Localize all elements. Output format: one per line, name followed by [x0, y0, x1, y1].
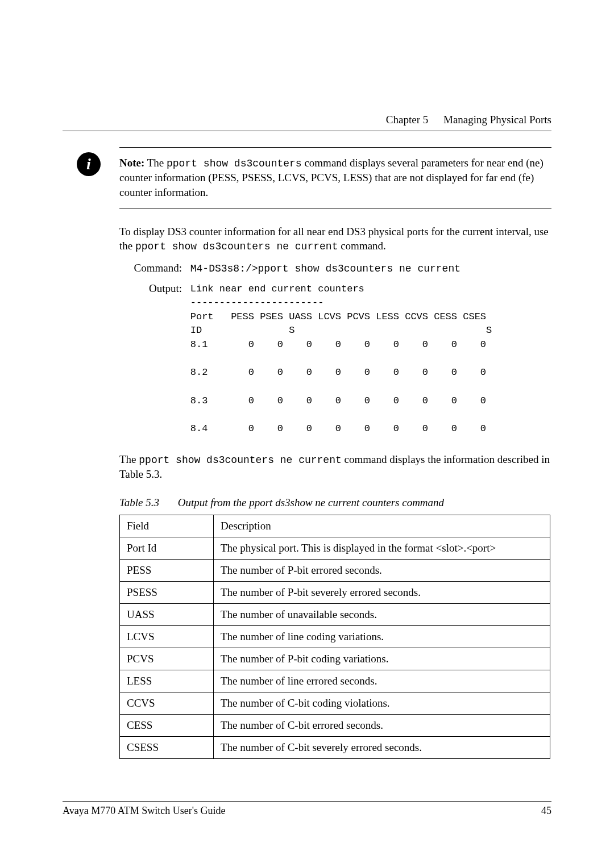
table-row: PSESSThe number of P-bit severely errore… [120, 581, 550, 603]
cell-field: CSESS [120, 736, 214, 758]
output-text: Link near end current counters ---------… [190, 282, 492, 436]
para1-cmd: pport show ds3counters ne current [135, 241, 338, 252]
command-label: Command: [119, 262, 188, 274]
footer-title: Avaya M770 ATM Switch User's Guide [63, 805, 225, 816]
page-number: 45 [541, 805, 551, 817]
note-text-1: The [144, 157, 167, 169]
table-title: Output from the pport ds3show ne current… [178, 496, 444, 508]
th-field: Field [120, 515, 214, 537]
cell-desc: The number of line coding variations. [214, 625, 550, 648]
table-caption: Table 5.3 Output from the pport ds3show … [119, 496, 551, 509]
table-row: PESSThe number of P-bit errored seconds. [120, 559, 550, 581]
cell-desc: The number of C-bit severely errored sec… [214, 736, 550, 758]
table-row: CCVSThe number of C-bit coding violation… [120, 692, 550, 714]
chapter-title: Managing Physical Ports [443, 114, 551, 126]
table-row: LESSThe number of line errored seconds. [120, 670, 550, 692]
table-number: Table 5.3 [119, 496, 159, 508]
cell-desc: The physical port. This is displayed in … [214, 537, 550, 559]
cell-field: UASS [120, 603, 214, 625]
cell-field: PESS [120, 559, 214, 581]
para1-text-2: command. [338, 240, 385, 252]
note-prefix: Note: [119, 157, 144, 169]
table-header-row: Field Description [120, 515, 550, 537]
para2-cmd: pport show ds3counters ne current [139, 454, 341, 466]
cell-desc: The number of line errored seconds. [214, 670, 550, 692]
output-block: Output: Link near end current counters -… [119, 282, 551, 436]
cell-field: CCVS [120, 692, 214, 714]
table-row: LCVSThe number of line coding variations… [120, 625, 550, 648]
paragraph-2: The pport show ds3counters ne current co… [119, 452, 551, 482]
chapter-number: Chapter 5 [386, 114, 428, 126]
para2-text-1: The [119, 453, 139, 465]
cell-desc: The number of C-bit errored seconds. [214, 714, 550, 736]
table-row: CESSThe number of C-bit errored seconds. [120, 714, 550, 736]
command-text: M4-DS3s8:/>pport show ds3counters ne cur… [190, 263, 460, 274]
command-line: Command: M4-DS3s8:/>pport show ds3counte… [119, 262, 551, 274]
note-block: i Note: The pport show ds3counters comma… [119, 147, 551, 208]
cell-desc: The number of P-bit severely errored sec… [214, 581, 550, 603]
description-table: Field Description Port IdThe physical po… [119, 515, 550, 759]
cell-field: CESS [120, 714, 214, 736]
cell-field: Port Id [120, 537, 214, 559]
cell-field: PCVS [120, 648, 214, 670]
table-row: PCVSThe number of P-bit coding variation… [120, 648, 550, 670]
table-row: Port IdThe physical port. This is displa… [120, 537, 550, 559]
output-label: Output: [119, 282, 188, 295]
cell-field: PSESS [120, 581, 214, 603]
cell-desc: The number of unavailable seconds. [214, 603, 550, 625]
cell-field: LESS [120, 670, 214, 692]
cell-desc: The number of P-bit errored seconds. [214, 559, 550, 581]
info-icon: i [77, 152, 101, 176]
paragraph-1: To display DS3 counter information for a… [119, 224, 551, 254]
th-desc: Description [214, 515, 550, 537]
cell-field: LCVS [120, 625, 214, 648]
note-cmd: pport show ds3counters [167, 158, 302, 169]
cell-desc: The number of P-bit coding variations. [214, 648, 550, 670]
table-row: CSESSThe number of C-bit severely errore… [120, 736, 550, 758]
table-row: UASSThe number of unavailable seconds. [120, 603, 550, 625]
cell-desc: The number of C-bit coding violations. [214, 692, 550, 714]
page-header: Chapter 5 Managing Physical Ports [63, 114, 551, 131]
page-footer: Avaya M770 ATM Switch User's Guide 45 [63, 801, 551, 817]
